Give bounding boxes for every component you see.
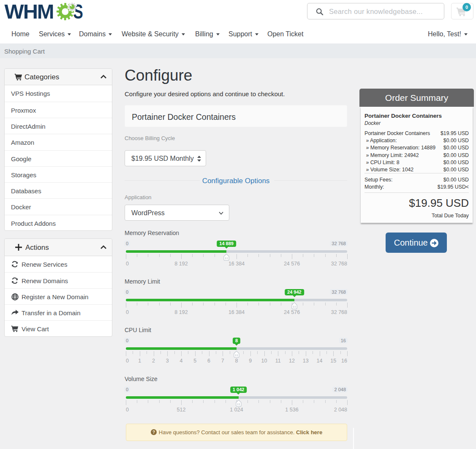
- svg-text:WHM: WHM: [5, 2, 54, 22]
- svg-text:?: ?: [152, 430, 155, 435]
